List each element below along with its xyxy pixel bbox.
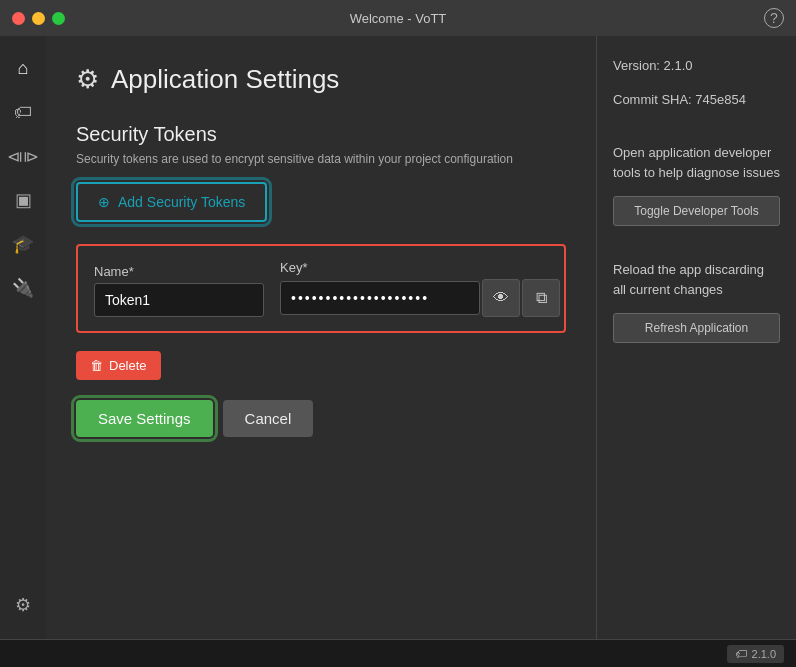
sidebar-item-bookmark[interactable]: 🏷 xyxy=(0,90,46,134)
settings-title-icon: ⚙ xyxy=(76,64,99,95)
save-settings-button[interactable]: Save Settings xyxy=(76,400,213,437)
help-button[interactable]: ? xyxy=(764,8,784,28)
toggle-devtools-button[interactable]: Toggle Developer Tools xyxy=(613,196,780,226)
sidebar-item-settings[interactable]: ⚙ xyxy=(15,583,31,627)
section-desc: Security tokens are used to encrypt sens… xyxy=(76,152,566,166)
name-input[interactable] xyxy=(94,283,264,317)
section-title: Security Tokens xyxy=(76,123,566,146)
version-badge-icon: 🏷 xyxy=(735,647,747,661)
key-field-wrapper: Key* 👁 ⧉ xyxy=(280,260,560,317)
devtools-desc: Open application developer tools to help… xyxy=(613,143,780,182)
main-content: ⚙ Application Settings Security Tokens S… xyxy=(46,36,596,639)
add-icon: ⊕ xyxy=(98,194,110,210)
content-area: ⚙ Application Settings Security Tokens S… xyxy=(46,36,796,639)
version-badge: 🏷 2.1.0 xyxy=(727,645,784,663)
bookmark-icon: 🏷 xyxy=(14,102,32,123)
action-buttons: Save Settings Cancel xyxy=(76,400,566,437)
titlebar: Welcome - VoTT ? xyxy=(0,0,796,36)
delete-label: Delete xyxy=(109,358,147,373)
right-panel: Version: 2.1.0 Commit SHA: 745e854 Open … xyxy=(596,36,796,639)
token-fields: Name* Key* 👁 ⧉ xyxy=(94,260,548,317)
minimize-button[interactable] xyxy=(32,12,45,25)
refresh-desc: Reload the app discarding all current ch… xyxy=(613,260,780,299)
token-form: Name* Key* 👁 ⧉ xyxy=(76,244,566,333)
window-title: Welcome - VoTT xyxy=(350,11,447,26)
settings-icon: ⚙ xyxy=(15,594,31,616)
close-button[interactable] xyxy=(12,12,25,25)
trash-icon: 🗑 xyxy=(90,358,103,373)
plugin-icon: 🔌 xyxy=(12,277,34,299)
graduation-icon: 🎓 xyxy=(12,233,34,255)
sidebar-item-connections[interactable]: 🔌 xyxy=(0,266,46,310)
name-field-group: Name* xyxy=(94,264,264,317)
key-label: Key* xyxy=(280,260,560,275)
key-input[interactable] xyxy=(280,281,480,315)
sidebar: ⌂ 🏷 ⧏⧐ ▣ 🎓 🔌 ⚙ xyxy=(0,36,46,639)
copy-key-button[interactable]: ⧉ xyxy=(522,279,560,317)
bottom-bar: 🏷 2.1.0 xyxy=(0,639,796,667)
cancel-button[interactable]: Cancel xyxy=(223,400,314,437)
app-body: ⌂ 🏷 ⧏⧐ ▣ 🎓 🔌 ⚙ ⚙ Applic xyxy=(0,36,796,639)
maximize-button[interactable] xyxy=(52,12,65,25)
eye-icon: 👁 xyxy=(493,289,509,307)
key-input-row: 👁 ⧉ xyxy=(280,279,560,317)
add-tokens-label: Add Security Tokens xyxy=(118,194,245,210)
show-key-button[interactable]: 👁 xyxy=(482,279,520,317)
sidebar-item-image[interactable]: ▣ xyxy=(0,178,46,222)
page-title-row: ⚙ Application Settings xyxy=(76,64,566,95)
name-label: Name* xyxy=(94,264,264,279)
version-badge-text: 2.1.0 xyxy=(752,648,776,660)
sidebar-item-export[interactable]: 🎓 xyxy=(0,222,46,266)
image-icon: ▣ xyxy=(15,189,32,211)
copy-icon: ⧉ xyxy=(536,289,547,307)
refresh-application-button[interactable]: Refresh Application xyxy=(613,313,780,343)
sidebar-item-home[interactable]: ⌂ xyxy=(0,46,46,90)
add-tokens-button[interactable]: ⊕ Add Security Tokens xyxy=(76,182,267,222)
version-text: Version: 2.1.0 xyxy=(613,56,780,76)
sidebar-item-filters[interactable]: ⧏⧐ xyxy=(0,134,46,178)
home-icon: ⌂ xyxy=(18,58,29,79)
sliders-icon: ⧏⧐ xyxy=(7,147,39,166)
commit-text: Commit SHA: 745e854 xyxy=(613,90,780,110)
window-controls xyxy=(12,12,65,25)
page-title: Application Settings xyxy=(111,64,339,95)
delete-button[interactable]: 🗑 Delete xyxy=(76,351,161,380)
